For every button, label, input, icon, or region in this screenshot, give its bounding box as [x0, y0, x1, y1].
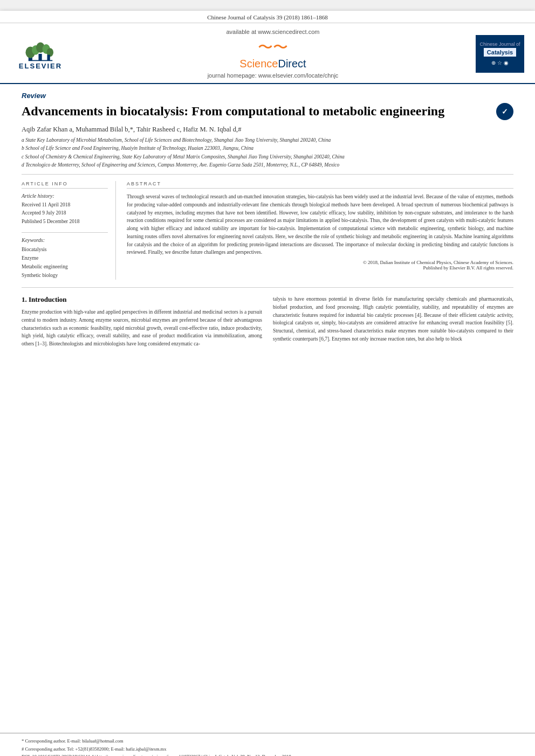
header-logos: ELSEVIER available at www.sciencedirect.…	[0, 23, 535, 84]
article-title-block: Advancements in biocatalysis: From compu…	[22, 103, 513, 120]
catalysis-badge-title: Catalysis	[484, 48, 516, 57]
section-divider	[22, 287, 513, 288]
article-info-col: Article Info Article history: Received 1…	[22, 181, 116, 280]
intro-left-col: 1. Introduction Enzyme production with h…	[22, 295, 262, 348]
sciencedirect-logo: 〜〜 ScienceDirect	[70, 37, 476, 70]
affiliation-a: a State Key Laboratory of Microbial Meta…	[22, 137, 513, 144]
intro-heading: Introduction	[29, 295, 67, 303]
page-footer: * Corresponding author. E-mail: bilaluaf…	[0, 733, 535, 756]
affiliation-b: b School of Life Science and Food Engine…	[22, 145, 513, 152]
article-title-text: Advancements in biocatalysis: From compu…	[22, 103, 491, 120]
affiliation-d: d Tecnologico de Monterrey, School of En…	[22, 162, 513, 169]
footer-corresponding-2: # Corresponding author. Tel: +52(81)8358…	[22, 746, 513, 753]
intro-right-col: talysis to have enormous potential in di…	[273, 295, 513, 348]
badge-icon-1: ⊕	[491, 60, 496, 66]
abstract-header: Abstract	[127, 181, 513, 189]
affiliation-c: c School of Chemistry & Chemical Enginee…	[22, 154, 513, 161]
footer-doi: DOI: 10.1016/S1872-2067(18)63144-4 | htt…	[22, 753, 513, 756]
copyright-line-1: © 2018, Dalian Institute of Chemical Phy…	[127, 260, 513, 271]
copyright-text-2: Published by Elsevier B.V. All rights re…	[423, 265, 513, 271]
article-content: Review Advancements in biocatalysis: Fro…	[0, 84, 535, 733]
article-info-abstract: Article Info Article history: Received 1…	[22, 181, 513, 280]
page: Chinese Journal of Catalysis 39 (2018) 1…	[0, 11, 535, 756]
crossmark-badge: ✓	[496, 103, 513, 120]
svg-rect-7	[47, 54, 50, 60]
abstract-paragraph: Through several waves of technological r…	[127, 193, 513, 256]
copyright-text-1: © 2018, Dalian Institute of Chemical Phy…	[363, 260, 513, 265]
keyword-3: Metabolic engineering	[22, 262, 108, 271]
affiliations: a State Key Laboratory of Microbial Meta…	[22, 137, 513, 175]
intro-left-text: Enzyme production with high-value and ap…	[22, 308, 262, 348]
sd-wave-icon: 〜〜	[258, 37, 288, 58]
svg-rect-6	[38, 53, 42, 60]
abstract-body: Through several waves of technological r…	[127, 193, 513, 256]
journal-title: Chinese Journal of Catalysis 39 (2018) 1…	[207, 14, 328, 20]
badge-icons: ⊕ ☆ ◉	[491, 60, 509, 66]
published-date: Published 5 December 2018	[22, 218, 108, 226]
badge-icon-3: ◉	[504, 60, 509, 66]
received-date: Received 11 April 2018	[22, 201, 108, 209]
intro-number: 1.	[22, 295, 27, 303]
keywords-label: Keywords:	[22, 237, 108, 243]
badge-icon-2: ☆	[497, 60, 502, 66]
keyword-4: Synthetic biology	[22, 271, 108, 280]
keyword-1: Biocatalysis	[22, 245, 108, 254]
intro-right-text: talysis to have enormous potential in di…	[273, 295, 513, 343]
elsevier-tree-icon	[24, 40, 57, 62]
authors-line: Aqib Zafar Khan a, Muhammad Bilal b,*, T…	[22, 126, 513, 134]
badge-subtitle: Chinese Journal of	[479, 41, 520, 47]
article-history-label: Article history:	[22, 193, 108, 199]
available-at-text: available at www.sciencedirect.com	[70, 29, 476, 35]
review-label: Review	[22, 92, 513, 100]
article-info-header-text: Article Info	[22, 181, 68, 186]
article-info-header: Article Info	[22, 181, 108, 189]
catalysis-badge: Chinese Journal of Catalysis ⊕ ☆ ◉	[476, 35, 524, 73]
header-center: available at www.sciencedirect.com 〜〜 Sc…	[70, 29, 476, 79]
article-dates: Received 11 April 2018 Accepted 9 July 2…	[22, 201, 108, 226]
elsevier-text: ELSEVIER	[19, 62, 62, 70]
accepted-date: Accepted 9 July 2018	[22, 209, 108, 217]
keyword-2: Enzyme	[22, 254, 108, 262]
introduction-section: 1. Introduction Enzyme production with h…	[22, 295, 513, 348]
abstract-header-text: Abstract	[127, 181, 161, 186]
journal-line: Chinese Journal of Catalysis 39 (2018) 1…	[0, 11, 535, 23]
info-divider	[22, 232, 108, 233]
journal-homepage-text: journal homepage: www.elsevier.com/locat…	[70, 72, 476, 79]
sd-name: ScienceDirect	[239, 58, 306, 70]
footer-corresponding-1: * Corresponding author. E-mail: bilaluaf…	[22, 738, 513, 745]
authors-text: Aqib Zafar Khan a, Muhammad Bilal b,*, T…	[22, 126, 241, 133]
abstract-col: Abstract Through several waves of techno…	[127, 181, 513, 280]
keywords-list: Biocatalysis Enzyme Metabolic engineerin…	[22, 245, 108, 280]
elsevier-logo: ELSEVIER	[11, 38, 70, 70]
intro-title: 1. Introduction	[22, 295, 262, 304]
